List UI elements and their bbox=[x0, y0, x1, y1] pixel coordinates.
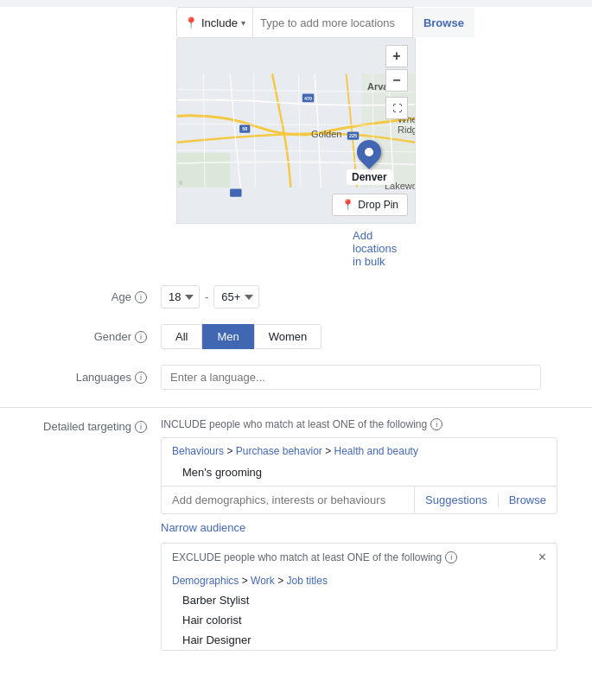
include-dropdown[interactable]: 📍 Include ▾ bbox=[177, 8, 253, 37]
fullscreen-button[interactable]: ⛶ bbox=[385, 97, 408, 119]
exclude-header: EXCLUDE people who match at least ONE of… bbox=[162, 544, 557, 571]
include-description: INCLUDE people who match at least ONE of… bbox=[161, 418, 557, 430]
map-pin-denver: Denver bbox=[347, 140, 392, 185]
zoom-out-button[interactable]: − bbox=[385, 69, 408, 92]
section-divider bbox=[0, 407, 592, 408]
age-max-select[interactable]: 18192021 22253035 40455055 6065+ bbox=[213, 285, 259, 309]
behaviours-link[interactable]: Behaviours bbox=[172, 445, 224, 457]
narrow-audience-link[interactable]: Narrow audience bbox=[161, 521, 245, 534]
exclude-close-button[interactable]: × bbox=[538, 550, 546, 564]
targeting-search-input[interactable] bbox=[162, 487, 414, 513]
gender-men-button[interactable]: Men bbox=[202, 324, 253, 349]
gender-row: Gender i All Men Women bbox=[0, 317, 592, 356]
detailed-targeting-section: Detailed targeting i INCLUDE people who … bbox=[0, 418, 592, 651]
svg-text:58: 58 bbox=[242, 126, 247, 131]
svg-text:470: 470 bbox=[304, 96, 312, 101]
drop-pin-icon: 📍 bbox=[341, 199, 354, 211]
detailed-targeting-label: Detailed targeting i bbox=[35, 418, 147, 433]
gender-all-button[interactable]: All bbox=[161, 324, 202, 349]
drop-pin-label: Drop Pin bbox=[358, 199, 398, 211]
gender-buttons: All Men Women bbox=[161, 324, 321, 349]
behaviours-breadcrumb: Behaviours > Purchase behavior > Health … bbox=[162, 438, 557, 461]
include-label: Include bbox=[201, 16, 238, 29]
exclude-section: EXCLUDE people who match at least ONE of… bbox=[161, 543, 557, 651]
age-label: Age i bbox=[35, 290, 147, 303]
demographics-link[interactable]: Demographics bbox=[172, 575, 239, 587]
svg-rect-1 bbox=[177, 153, 230, 188]
languages-label: Languages i bbox=[35, 371, 147, 384]
purchase-behavior-link[interactable]: Purchase behavior bbox=[236, 445, 322, 457]
demographics-breadcrumb: Demographics > Work > Job titles bbox=[162, 571, 557, 590]
add-locations-bulk-link[interactable]: Add locations in bulk bbox=[353, 229, 397, 268]
location-input[interactable] bbox=[253, 16, 412, 29]
page-wrapper: 📍 Include ▾ Browse bbox=[0, 7, 592, 700]
age-dash: - bbox=[205, 290, 208, 303]
gender-label: Gender i bbox=[35, 330, 147, 343]
targeting-browse-button[interactable]: Browse bbox=[499, 487, 557, 513]
behaviours-targeting-box: Behaviours > Purchase behavior > Health … bbox=[161, 437, 557, 514]
languages-row: Languages i bbox=[0, 358, 592, 397]
include-info-icon[interactable]: i bbox=[430, 418, 442, 430]
targeting-search-actions: Suggestions Browse bbox=[414, 487, 557, 513]
location-bar: 📍 Include ▾ Browse bbox=[176, 7, 416, 38]
svg-rect-9 bbox=[230, 189, 241, 197]
exclude-item-colorist: Hair colorist bbox=[162, 610, 557, 630]
pin-icon: 📍 bbox=[184, 16, 198, 29]
suggestions-button[interactable]: Suggestions bbox=[415, 487, 498, 513]
pin-city-label: Denver bbox=[347, 169, 392, 185]
detailed-targeting-header: Detailed targeting i INCLUDE people who … bbox=[35, 418, 557, 651]
map-label-golden: Golden bbox=[311, 129, 341, 139]
gender-women-button[interactable]: Women bbox=[254, 324, 322, 349]
language-input[interactable] bbox=[161, 365, 541, 390]
exclude-description: EXCLUDE people who match at least ONE of… bbox=[172, 551, 457, 563]
drop-pin-button[interactable]: 📍 Drop Pin bbox=[332, 194, 408, 216]
exclude-info-icon[interactable]: i bbox=[445, 551, 457, 563]
job-titles-link[interactable]: Job titles bbox=[287, 575, 328, 587]
exclude-item-designer: Hair Designer bbox=[162, 630, 557, 650]
detailed-targeting-info-icon[interactable]: i bbox=[135, 421, 147, 433]
behaviours-item: Men's grooming bbox=[162, 461, 557, 486]
svg-text:©: © bbox=[179, 181, 182, 186]
detailed-targeting-content: INCLUDE people who match at least ONE of… bbox=[161, 418, 557, 651]
chevron-down-icon: ▾ bbox=[241, 18, 245, 28]
exclude-item-barber: Barber Stylist bbox=[162, 590, 557, 610]
age-row: Age i 18 19202122 25303540 45505560 65 -… bbox=[0, 278, 592, 315]
targeting-search-row: Suggestions Browse bbox=[162, 486, 557, 513]
map-controls: + − ⛶ bbox=[385, 45, 408, 119]
age-inputs: 18 19202122 25303540 45505560 65 - 18192… bbox=[161, 285, 259, 309]
age-info-icon[interactable]: i bbox=[135, 291, 147, 303]
languages-info-icon[interactable]: i bbox=[135, 372, 147, 384]
age-min-select[interactable]: 18 19202122 25303540 45505560 65 bbox=[161, 285, 200, 309]
work-link[interactable]: Work bbox=[251, 575, 275, 587]
location-browse-button[interactable]: Browse bbox=[412, 8, 474, 37]
map-container: 470 58 225 © Arvada CommerceCity Golden … bbox=[176, 38, 416, 224]
zoom-in-button[interactable]: + bbox=[385, 45, 408, 67]
svg-text:225: 225 bbox=[349, 133, 357, 138]
health-beauty-link[interactable]: Health and beauty bbox=[334, 445, 417, 457]
gender-info-icon[interactable]: i bbox=[135, 331, 147, 343]
